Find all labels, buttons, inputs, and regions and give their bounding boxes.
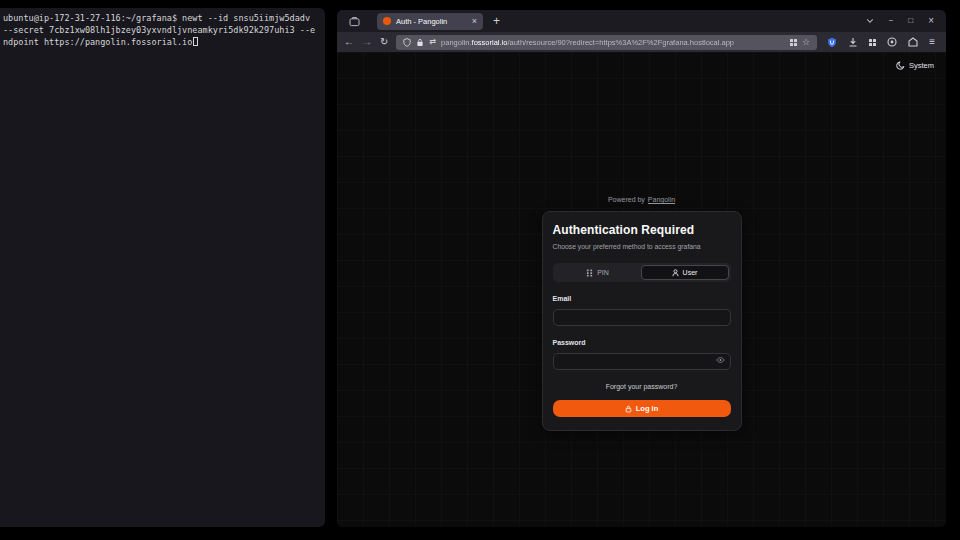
- auth-method-tabs: PIN User: [553, 263, 731, 282]
- auth-card: Authentication Required Choose your pref…: [542, 211, 742, 431]
- tab-user[interactable]: User: [641, 265, 729, 280]
- navigation-toolbar: ← → ↻ ⇄ pangolin.fossorial.io/auth/resou…: [337, 32, 946, 52]
- login-button[interactable]: Log in: [553, 400, 731, 417]
- email-field[interactable]: [553, 309, 731, 326]
- browser-window: Auth - Pangolin × + − □ × ← → ↻: [337, 10, 946, 527]
- firefox-view-icon[interactable]: [347, 14, 361, 28]
- window-minimize-button[interactable]: −: [889, 17, 894, 25]
- email-label: Email: [553, 295, 731, 302]
- desktop: ubuntu@ip-172-31-27-116:~/grafana$ newt …: [0, 0, 960, 540]
- pangolin-link[interactable]: Pangolin: [648, 196, 675, 203]
- tab-auth-pangolin[interactable]: Auth - Pangolin ×: [377, 13, 483, 30]
- page-content: System Powered byPangolin Authentication…: [337, 52, 946, 527]
- card-title: Authentication Required: [553, 223, 731, 237]
- lock-icon: [625, 405, 632, 413]
- container-grid-icon[interactable]: [790, 39, 797, 46]
- terminal-cursor: [193, 37, 198, 46]
- terminal-line: --secret 7cbz1xw08lh1jbzey03yxvndljvneam…: [3, 24, 322, 36]
- tab-bar: Auth - Pangolin × + − □ ×: [337, 10, 946, 32]
- https-lock-icon[interactable]: [416, 38, 424, 47]
- bookmark-star-icon[interactable]: ☆: [802, 38, 810, 47]
- pangolin-favicon-icon: [383, 17, 391, 25]
- window-close-button[interactable]: ×: [928, 16, 934, 26]
- password-label: Password: [553, 339, 731, 346]
- extension-ublock-icon[interactable]: [827, 37, 837, 48]
- tab-pin[interactable]: PIN: [555, 265, 641, 280]
- tracking-protection-shield-icon[interactable]: [403, 38, 411, 47]
- sidebar-panel-icon[interactable]: [908, 37, 918, 47]
- url-bar[interactable]: ⇄ pangolin.fossorial.io/auth/resource/90…: [396, 35, 817, 50]
- reload-button[interactable]: ↻: [380, 37, 388, 47]
- powered-by: Powered byPangolin: [608, 196, 675, 203]
- list-tabs-chevron-icon[interactable]: [866, 17, 874, 25]
- show-password-eye-icon[interactable]: [716, 357, 725, 364]
- menu-hamburger-icon[interactable]: ≡: [929, 37, 935, 47]
- window-maximize-button[interactable]: □: [908, 17, 913, 25]
- tab-close-icon[interactable]: ×: [464, 17, 477, 26]
- back-button[interactable]: ←: [344, 37, 354, 47]
- url-text: pangolin.fossorial.io/auth/resource/90?r…: [441, 38, 785, 47]
- tab-title: Auth - Pangolin: [396, 17, 447, 26]
- card-subtitle: Choose your preferred method to access g…: [553, 243, 731, 250]
- terminal-window[interactable]: ubuntu@ip-172-31-27-116:~/grafana$ newt …: [0, 8, 325, 527]
- password-field[interactable]: [553, 353, 731, 370]
- permissions-switch-icon[interactable]: ⇄: [429, 38, 436, 46]
- terminal-line: ubuntu@ip-172-31-27-116:~/grafana$ newt …: [3, 12, 322, 24]
- user-icon: [672, 269, 679, 277]
- pin-keypad-icon: [586, 269, 593, 277]
- forgot-password-link[interactable]: Forgot your password?: [553, 383, 731, 390]
- downloads-icon[interactable]: [848, 37, 858, 47]
- new-tab-button[interactable]: +: [493, 15, 500, 27]
- forward-button[interactable]: →: [362, 37, 372, 47]
- account-icon[interactable]: [887, 37, 897, 47]
- apps-grid-icon[interactable]: [869, 39, 876, 46]
- terminal-line: ndpoint https://pangolin.fossorial.io: [3, 36, 322, 48]
